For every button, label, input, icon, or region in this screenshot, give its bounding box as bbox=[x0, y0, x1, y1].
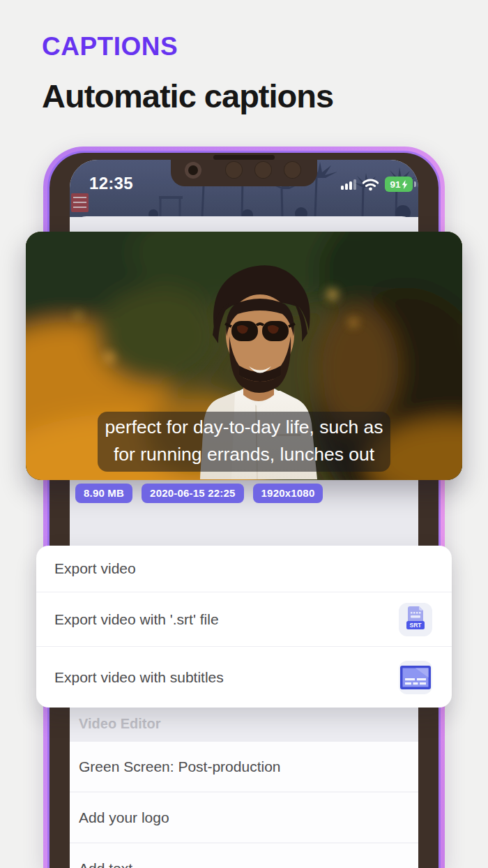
subtitles-icon bbox=[399, 661, 432, 694]
wifi-icon bbox=[362, 178, 379, 191]
sensor-icon bbox=[284, 161, 301, 179]
list-item-green-screen[interactable]: Green Screen: Post-production bbox=[70, 742, 418, 793]
page-title: Automatic captions bbox=[42, 77, 333, 115]
list-item-add-logo[interactable]: Add your logo bbox=[70, 793, 418, 844]
subtitle-overlay: perfect for day-to-day life, such as for… bbox=[98, 412, 390, 472]
signal-icon bbox=[341, 179, 356, 190]
section-eyebrow: CAPTIONS bbox=[42, 32, 178, 61]
menu-item-export-subtitles[interactable]: Export video with subtitles bbox=[36, 646, 452, 708]
video-editor-section-header: Video Editor bbox=[70, 706, 418, 742]
menu-item-export-srt[interactable]: Export video with '.srt' file SRT bbox=[36, 592, 452, 646]
date-badge: 2020-06-15 22:25 bbox=[142, 484, 243, 503]
notch bbox=[171, 160, 317, 186]
svg-text:SRT: SRT bbox=[410, 622, 422, 629]
camera-icon bbox=[185, 162, 201, 179]
video-editor-list: Green Screen: Post-production Add your l… bbox=[70, 742, 418, 868]
file-size-badge: 8.90 MB bbox=[75, 484, 132, 503]
speaker-icon bbox=[213, 155, 275, 160]
sensor-icon bbox=[225, 161, 243, 179]
srt-file-icon: SRT bbox=[399, 603, 432, 636]
battery-percent: 91 bbox=[390, 179, 400, 190]
subtitle-line-2: for running errands, lunches out bbox=[98, 441, 390, 468]
charging-bolt-icon bbox=[402, 180, 408, 189]
screenshot-root: CAPTIONS Automatic captions bbox=[0, 0, 488, 868]
sensor-icon bbox=[254, 161, 272, 179]
video-preview-card[interactable]: perfect for day-to-day life, such as for… bbox=[26, 232, 462, 480]
battery-icon: 91 bbox=[385, 177, 413, 192]
list-item-add-text[interactable]: Add text bbox=[70, 844, 418, 868]
clock: 12:35 bbox=[89, 174, 133, 193]
subtitle-line-1: perfect for day-to-day life, such as bbox=[98, 414, 390, 441]
menu-item-export-video[interactable]: Export video bbox=[36, 546, 452, 592]
video-editor-label: Video Editor bbox=[79, 716, 160, 732]
resolution-badge: 1920x1080 bbox=[253, 484, 323, 503]
video-meta-badges: 8.90 MB 2020-06-15 22:25 1920x1080 bbox=[75, 484, 323, 503]
export-menu: Export video Export video with '.srt' fi… bbox=[36, 546, 452, 708]
